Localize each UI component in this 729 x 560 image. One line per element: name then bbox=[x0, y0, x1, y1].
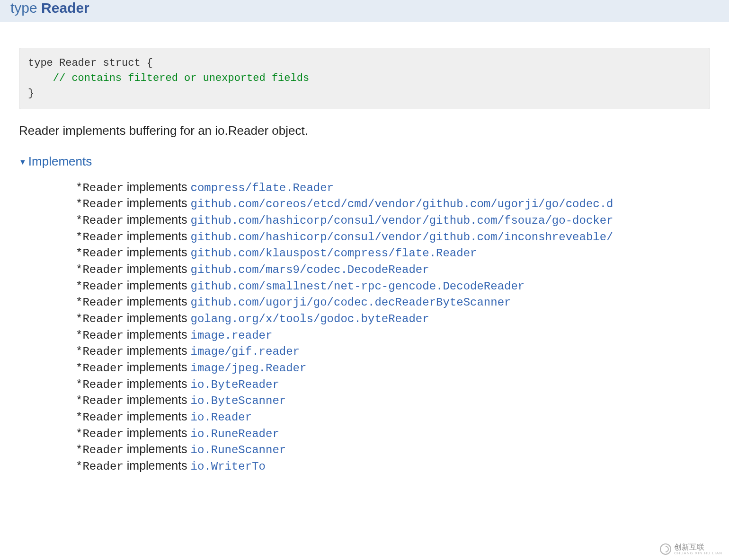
caret-down-icon: ▼ bbox=[19, 158, 27, 166]
impl-prefix: *Reader bbox=[76, 296, 124, 309]
implements-item: *Reader implements io.ByteReader bbox=[76, 376, 710, 393]
impl-word: implements bbox=[124, 344, 191, 357]
impl-word: implements bbox=[124, 328, 191, 341]
impl-word: implements bbox=[124, 262, 191, 275]
impl-package-link[interactable]: github.com/smallnest/net-rpc-gencode.Dec… bbox=[191, 280, 525, 293]
impl-word: implements bbox=[124, 377, 191, 390]
impl-package-link[interactable]: github.com/mars9/codec.DecodeReader bbox=[191, 263, 429, 276]
type-keyword: type bbox=[10, 0, 37, 16]
impl-prefix: *Reader bbox=[76, 411, 124, 424]
implements-item: *Reader implements github.com/mars9/code… bbox=[76, 261, 710, 278]
impl-prefix: *Reader bbox=[76, 444, 124, 456]
impl-word: implements bbox=[124, 393, 191, 406]
impl-package-link[interactable]: io.Reader bbox=[191, 411, 252, 424]
impl-package-link[interactable]: golang.org/x/tools/godoc.byteReader bbox=[191, 313, 429, 325]
impl-prefix: *Reader bbox=[76, 214, 124, 227]
type-header: type Reader bbox=[0, 0, 729, 22]
implements-item: *Reader implements io.ByteScanner bbox=[76, 392, 710, 409]
implements-item: *Reader implements image/gif.reader bbox=[76, 343, 710, 359]
impl-prefix: *Reader bbox=[76, 428, 124, 440]
impl-prefix: *Reader bbox=[76, 182, 124, 194]
impl-word: implements bbox=[124, 245, 191, 259]
implements-item: *Reader implements compress/flate.Reader bbox=[76, 179, 710, 196]
impl-prefix: *Reader bbox=[76, 313, 124, 325]
type-title[interactable]: type Reader bbox=[10, 0, 89, 16]
impl-package-link[interactable]: github.com/hashicorp/consul/vendor/githu… bbox=[191, 214, 613, 227]
implements-item: *Reader implements io.WriterTo bbox=[76, 458, 710, 474]
impl-word: implements bbox=[124, 311, 191, 324]
implements-item: *Reader implements github.com/ugorji/go/… bbox=[76, 294, 710, 310]
impl-package-link[interactable]: io.RuneScanner bbox=[191, 444, 286, 456]
impl-word: implements bbox=[124, 180, 191, 193]
impl-prefix: *Reader bbox=[76, 263, 124, 276]
content-area: type Reader struct { // contains filtere… bbox=[0, 48, 729, 489]
implements-list: *Reader implements compress/flate.Reader… bbox=[19, 179, 710, 474]
impl-prefix: *Reader bbox=[76, 329, 124, 342]
implements-toggle[interactable]: ▼Implements bbox=[19, 154, 710, 169]
impl-package-link[interactable]: io.WriterTo bbox=[191, 460, 266, 473]
code-line-1: type Reader struct { bbox=[28, 57, 153, 69]
implements-item: *Reader implements image.reader bbox=[76, 327, 710, 343]
implements-item: *Reader implements image/jpeg.Reader bbox=[76, 359, 710, 376]
impl-word: implements bbox=[124, 360, 191, 374]
impl-word: implements bbox=[124, 410, 191, 423]
impl-word: implements bbox=[124, 213, 191, 226]
impl-prefix: *Reader bbox=[76, 394, 124, 407]
implements-item: *Reader implements github.com/hashicorp/… bbox=[76, 212, 710, 228]
implements-item: *Reader implements github.com/coreos/etc… bbox=[76, 195, 710, 212]
implements-label: Implements bbox=[28, 154, 92, 168]
code-comment: // contains filtered or unexported field… bbox=[28, 72, 309, 84]
impl-package-link[interactable]: io.ByteReader bbox=[191, 378, 279, 391]
type-name: Reader bbox=[41, 0, 89, 16]
impl-package-link[interactable]: io.ByteScanner bbox=[191, 394, 286, 407]
struct-definition-code: type Reader struct { // contains filtere… bbox=[19, 48, 710, 109]
impl-word: implements bbox=[124, 229, 191, 243]
implements-item: *Reader implements github.com/hashicorp/… bbox=[76, 228, 710, 245]
type-description: Reader implements buffering for an io.Re… bbox=[19, 123, 710, 138]
impl-word: implements bbox=[124, 426, 191, 439]
implements-item: *Reader implements golang.org/x/tools/go… bbox=[76, 310, 710, 327]
impl-package-link[interactable]: github.com/hashicorp/consul/vendor/githu… bbox=[191, 231, 613, 244]
implements-item: *Reader implements github.com/smallnest/… bbox=[76, 278, 710, 294]
impl-prefix: *Reader bbox=[76, 280, 124, 293]
impl-package-link[interactable]: github.com/ugorji/go/codec.decReaderByte… bbox=[191, 296, 511, 309]
impl-package-link[interactable]: image.reader bbox=[191, 329, 273, 342]
impl-word: implements bbox=[124, 459, 191, 472]
impl-prefix: *Reader bbox=[76, 247, 124, 260]
implements-item: *Reader implements io.RuneScanner bbox=[76, 441, 710, 458]
impl-prefix: *Reader bbox=[76, 378, 124, 391]
impl-package-link[interactable]: image/gif.reader bbox=[191, 345, 300, 358]
impl-word: implements bbox=[124, 442, 191, 455]
impl-package-link[interactable]: image/jpeg.Reader bbox=[191, 362, 307, 375]
impl-package-link[interactable]: github.com/coreos/etcd/cmd/vendor/github… bbox=[191, 198, 613, 210]
code-line-3: } bbox=[28, 88, 34, 99]
impl-package-link[interactable]: github.com/klauspost/compress/flate.Read… bbox=[191, 247, 477, 260]
impl-package-link[interactable]: io.RuneReader bbox=[191, 428, 279, 440]
impl-prefix: *Reader bbox=[76, 345, 124, 358]
implements-item: *Reader implements github.com/klauspost/… bbox=[76, 245, 710, 261]
impl-package-link[interactable]: compress/flate.Reader bbox=[191, 182, 334, 194]
implements-item: *Reader implements io.RuneReader bbox=[76, 425, 710, 442]
impl-word: implements bbox=[124, 295, 191, 308]
implements-item: *Reader implements io.Reader bbox=[76, 409, 710, 425]
impl-word: implements bbox=[124, 196, 191, 210]
impl-word: implements bbox=[124, 279, 191, 292]
impl-prefix: *Reader bbox=[76, 231, 124, 244]
impl-prefix: *Reader bbox=[76, 460, 124, 473]
impl-prefix: *Reader bbox=[76, 362, 124, 375]
impl-prefix: *Reader bbox=[76, 198, 124, 210]
